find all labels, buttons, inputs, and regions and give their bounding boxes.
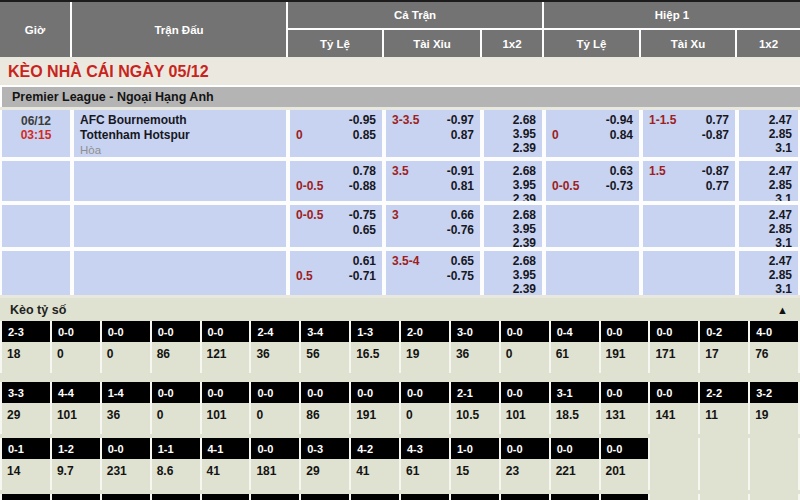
odds-line-label: 0-0.5 [552,179,579,194]
score-column: 4-141 [202,438,250,490]
score-column: 0-0101 [202,382,250,434]
score-cell [152,494,200,500]
score-odds-value: 8.6 [152,459,200,490]
score-column: 2-318 [2,321,50,373]
score-odds-value: 56 [301,342,349,373]
score-cell: 0-0 [501,438,549,459]
header-col-time: Giờ [0,2,70,57]
score-column: 0-0101 [501,382,549,434]
score-column: 3-329 [2,382,50,434]
score-odds-value: 36 [251,342,299,373]
odds-cell-h1-overunder [643,205,735,247]
score-column: 0-00 [52,321,100,373]
score-cell: 1-0 [451,438,499,459]
odds-cell-h1-overunder: 1-1.50.77-0.87 [643,110,735,157]
odds-cell-ft-handicap: 0-0.5-0.750.65 [290,205,382,247]
score-cell [700,494,748,500]
score-odds-value: 9.7 [52,459,100,490]
score-cell [351,494,399,500]
odds-value: 2.47 [769,164,792,178]
score-column [750,438,798,490]
score-column: 1-015 [451,438,499,490]
odds-value: 2.85 [769,222,792,236]
odds-cell-ft-1x2: 2.683.952.39 [484,110,542,157]
score-cell [2,494,50,500]
odds-cell-h1-overunder [643,251,735,295]
odds-row: 0.610.5-0.713.5-40.65-0.752.683.952.392.… [2,251,798,295]
score-odds-value: 191 [601,342,649,373]
score-cell [451,494,499,500]
score-odds-value: 0 [152,403,200,434]
score-cell: 0-0 [251,382,299,403]
score-column: 0-329 [301,438,349,490]
odds-cell-h1-handicap: 0.630-0.5-0.73 [546,161,639,201]
score-odds-value: 0 [52,342,100,373]
odds-line-label: 1.5 [649,164,666,179]
odds-cell-ft-handicap: 0.610.5-0.71 [290,251,382,295]
score-column: 0-0121 [202,321,250,373]
odds-value: 0.77 [706,113,729,128]
score-odds-value: 19 [401,342,449,373]
score-odds-value: 61 [551,342,599,373]
score-row-cutoff [0,494,800,500]
score-odds-value: 131 [601,403,649,434]
odds-cell-ft-overunder: 3.5-40.65-0.75 [386,251,480,295]
score-odds-value: 0 [251,403,299,434]
league-header: Premier League - Ngoại Hạng Anh [0,85,800,107]
score-odds-value: 14 [2,459,50,490]
score-cell: 1-2 [52,438,100,459]
score-column: 1-29.7 [52,438,100,490]
score-cell [551,494,599,500]
time-cell [2,205,70,247]
odds-value: 2.39 [513,282,536,295]
score-cell: 0-4 [551,321,599,342]
score-odds-value: 29 [2,403,50,434]
odds-line-label: 3.5 [392,164,409,179]
score-column: 0-217 [700,321,748,373]
odds-value: 0.87 [451,128,474,143]
score-odds-value: 86 [152,342,200,373]
odds-value: -0.75 [349,208,376,223]
score-column: 2-019 [401,321,449,373]
odds-cell-h1-1x2: 2.472.853.1 [739,205,798,247]
collapse-arrow-icon[interactable]: ▲ [777,304,788,316]
score-cell [202,494,250,500]
score-odds-value: 121 [202,342,250,373]
match-cell[interactable]: AFC BournemouthTottenham HotspurHòa [74,110,286,157]
score-column [650,438,698,490]
header-half-1x2: 1x2 [737,30,800,57]
score-cell [251,494,299,500]
score-column: 0-0171 [650,321,698,373]
score-odds-value: 29 [301,459,349,490]
odds-value: 0.85 [353,128,376,143]
score-cell: 3-0 [451,321,499,342]
odds-value: 2.39 [513,141,536,155]
score-cell: 2-4 [251,321,299,342]
score-column: 4-076 [750,321,798,373]
score-cell: 2-1 [451,382,499,403]
odds-cell-h1-1x2: 2.472.853.1 [739,161,798,201]
score-cell: 0-0 [351,382,399,403]
odds-cell-h1-handicap [546,205,639,247]
score-odds-value: 231 [102,459,150,490]
header-half-overunder: Tài Xu [641,30,735,57]
header-full-handicap: Tỷ Lệ [288,30,382,57]
odds-value: -0.73 [606,179,633,194]
score-cell [401,494,449,500]
score-odds-value: 191 [351,403,399,434]
odds-value: 2.68 [513,164,536,178]
odds-cell-ft-1x2: 2.683.952.39 [484,161,542,201]
score-column: 2-211 [700,382,748,434]
score-column: 0-0201 [601,438,649,490]
row-gap [0,373,800,382]
match-cell [74,205,286,247]
correct-score-title: Kèo tỷ số [10,303,66,317]
odds-value: 2.39 [513,236,536,247]
score-column: 0-023 [501,438,549,490]
odds-cell-h1-handicap: -0.9400.84 [546,110,639,157]
score-odds-value: 11 [700,403,748,434]
odds-value: -0.71 [349,269,376,284]
score-cell: 2-2 [700,382,748,403]
score-cell: 0-0 [301,382,349,403]
score-odds-value: 101 [52,403,100,434]
